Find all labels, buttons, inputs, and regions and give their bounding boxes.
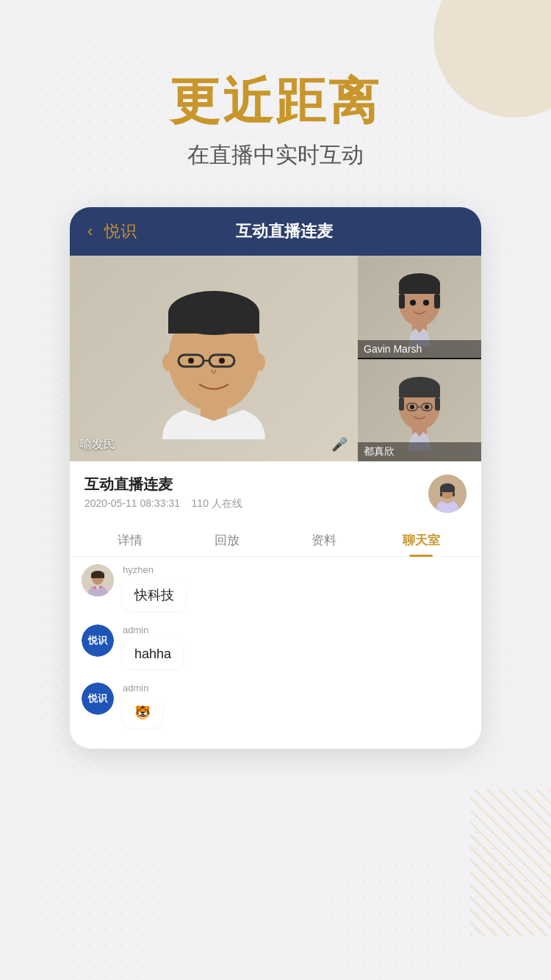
decoration-stripes [470,789,551,936]
svg-point-29 [425,405,429,409]
tab-details[interactable]: 详情 [82,522,179,556]
svg-rect-35 [453,492,455,497]
chat-avatar-admin-1: 悦识 [82,624,114,657]
video-small-1: Gavin Marsh [358,256,481,358]
svg-rect-14 [399,284,440,294]
tabs: 详情 回放 资料 聊天室 [70,522,481,557]
card-info-text: 互动直播连麦 2020-05-11 08:33:31 110 人在线 [84,475,419,511]
chat-content-1: hyzhen 快科技 [123,564,469,611]
video-main: 喻发民 🎤 [70,256,358,461]
svg-rect-3 [168,313,259,334]
video-small-2: 都真欣 [358,359,481,461]
app-name-label: 悦识 [104,220,137,242]
chat-avatar-admin-2: 悦识 [82,682,114,715]
hyzhen-avatar-svg [82,564,114,597]
small-speaker-1-label: Gavin Marsh [358,340,481,358]
chat-list: hyzhen 快科技 悦识 admin hahha 悦识 admin 🐯 [70,557,481,749]
svg-point-8 [219,358,225,364]
svg-rect-33 [440,488,455,492]
card-info: 互动直播连麦 2020-05-11 08:33:31 110 人在线 [70,461,481,522]
svg-rect-16 [434,294,440,309]
card-title: 互动直播连麦 [84,475,419,494]
chat-bubble-3: 🐯 [123,697,162,728]
chat-bubble-2: hahha [123,639,183,669]
video-side: Gavin Marsh [358,256,481,461]
main-title: 更近距离 [0,73,551,129]
main-speaker-face [70,256,358,461]
phone-nav: ‹ 悦识 互动直播连麦 [70,207,481,256]
chat-content-3: admin 🐯 [123,682,469,728]
card-meta: 2020-05-11 08:33:31 110 人在线 [84,497,419,511]
main-speaker-label: 喻发民 [80,437,115,453]
chat-avatar-hyzhen [82,564,114,597]
svg-rect-22 [399,387,440,397]
header-section: 更近距离 在直播中实时互动 [0,0,551,185]
svg-point-10 [253,353,265,371]
chat-item-2: 悦识 admin hahha [82,624,469,669]
back-button[interactable]: ‹ [87,222,93,241]
yueshi-badge-1: 悦识 [82,624,114,657]
tab-chatroom[interactable]: 聊天室 [372,522,469,556]
sub-title: 在直播中实时互动 [0,140,551,170]
host-avatar-svg [428,475,467,513]
svg-point-40 [93,586,96,589]
svg-point-18 [423,300,429,306]
svg-rect-15 [399,294,405,309]
chat-item-1: hyzhen 快科技 [82,564,469,611]
small-speaker-2-label: 都真欣 [358,442,481,461]
tab-materials[interactable]: 资料 [276,522,372,556]
svg-rect-34 [440,492,442,497]
card-date: 2020-05-11 08:33:31 [84,497,180,509]
svg-point-28 [410,405,414,409]
chat-username-1: hyzhen [123,564,469,575]
yueshi-badge-2: 悦识 [82,682,114,715]
chat-content-2: admin hahha [123,624,469,669]
svg-rect-23 [399,397,404,411]
svg-point-41 [99,586,102,588]
card-avatar [428,475,467,513]
mic-icon: 🎤 [331,436,347,453]
svg-rect-39 [91,574,104,578]
svg-rect-24 [435,397,440,411]
card-online: 110 人在线 [192,497,242,509]
phone-card: ‹ 悦识 互动直播连麦 [70,207,481,749]
chat-item-3: 悦识 admin 🐯 [82,682,469,728]
speaker1-avatar [386,266,453,347]
nav-title: 互动直播连麦 [236,220,333,242]
svg-point-7 [188,358,194,364]
chat-username-2: admin [123,624,469,635]
svg-point-17 [410,300,416,306]
video-grid: 喻发民 🎤 [70,256,481,461]
svg-point-9 [162,353,174,371]
main-speaker-avatar [140,270,287,447]
chat-username-3: admin [123,682,469,693]
chat-bubble-1: 快科技 [123,579,186,611]
tab-replay[interactable]: 回放 [179,522,276,556]
speaker2-avatar [386,370,453,450]
